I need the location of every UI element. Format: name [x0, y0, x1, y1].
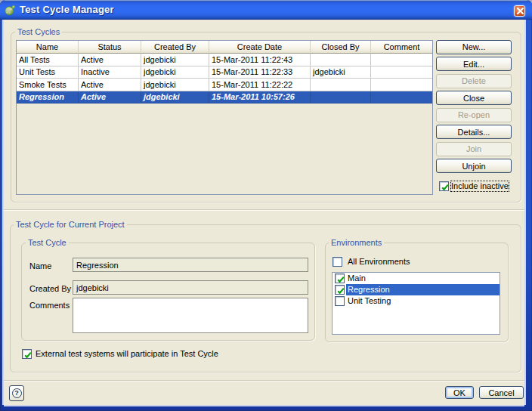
table-row-selected[interactable]: Regression Active jdgebicki 15-Mar-2011 …	[17, 91, 432, 104]
cell-created-by[interactable]: jdgebicki	[141, 66, 209, 79]
cell-comment[interactable]	[371, 91, 432, 104]
cell-comment[interactable]	[371, 66, 432, 79]
reopen-button[interactable]: Re-open	[436, 108, 512, 122]
cell-comment[interactable]	[371, 79, 432, 91]
test-cycles-group-label: Test Cycles	[15, 27, 62, 37]
cell-status[interactable]: Active	[79, 91, 141, 104]
include-inactive-checkbox-row: Include inactive	[439, 181, 509, 191]
environments-subgroup: Environments All Environments Main	[325, 243, 509, 342]
environment-item[interactable]: Main	[332, 273, 500, 284]
name-field-value: Regression	[76, 261, 119, 270]
environment-item-selected[interactable]: Regression	[332, 284, 500, 295]
test-cycles-table[interactable]: Name Status Created By Create Date Close…	[16, 40, 433, 195]
close-button[interactable]	[514, 5, 525, 17]
cell-create-date[interactable]: 15-Mar-2011 10:57:26	[209, 91, 311, 104]
title-bar[interactable]: Test Cycle Manager	[0, 0, 532, 20]
cell-created-by[interactable]: jdgebicki	[141, 54, 209, 66]
cell-closed-by[interactable]	[311, 54, 371, 66]
environment-item-label[interactable]: Unit Testing	[346, 295, 500, 307]
current-project-group-label: Test Cycle for Current Project	[14, 220, 127, 230]
test-cycle-subgroup: Test Cycle Name Regression Created By jd…	[21, 243, 315, 341]
created-by-field[interactable]: jdgebicki	[73, 280, 308, 295]
test-cycle-subgroup-label: Test Cycle	[26, 238, 69, 248]
column-header-create-date[interactable]: Create Date	[209, 41, 311, 54]
external-systems-row: External test systems will participate i…	[22, 349, 218, 359]
cell-name[interactable]: All Tests	[17, 54, 79, 66]
cell-closed-by[interactable]: jdgebicki	[311, 66, 371, 79]
cell-status[interactable]: Inactive	[79, 66, 141, 79]
created-by-field-value: jdgebicki	[76, 283, 109, 292]
external-systems-label[interactable]: External test systems will participate i…	[36, 349, 218, 359]
cell-created-by[interactable]: jdgebicki	[141, 79, 209, 91]
column-header-created-by[interactable]: Created By	[141, 41, 209, 54]
dialog-content: Test Cycles Name Status Created By Creat…	[4, 20, 524, 405]
panel-separator	[4, 209, 524, 211]
cell-closed-by[interactable]	[311, 79, 371, 91]
details-button[interactable]: Details...	[436, 125, 512, 139]
column-header-status[interactable]: Status	[79, 41, 141, 54]
cancel-button[interactable]: Cancel	[479, 386, 524, 399]
created-by-label: Created By	[29, 284, 71, 293]
app-icon	[5, 5, 15, 16]
cell-status[interactable]: Active	[79, 54, 141, 66]
cell-status[interactable]: Active	[79, 79, 141, 91]
unjoin-button[interactable]: Unjoin	[436, 159, 512, 173]
help-button[interactable]: ?	[9, 385, 24, 401]
column-header-comment[interactable]: Comment	[371, 41, 432, 54]
environments-list[interactable]: Main Regression Unit Testing	[332, 272, 500, 335]
dialog-window: Test Cycle Manager Test Cycles Name Stat…	[0, 0, 532, 411]
table-row[interactable]: Unit Tests Inactive jdgebicki 15-Mar-201…	[17, 66, 432, 79]
include-inactive-checkbox[interactable]	[439, 181, 449, 191]
column-header-name[interactable]: Name	[17, 41, 79, 54]
environment-item-label[interactable]: Main	[346, 273, 500, 284]
environment-item-checkbox[interactable]	[335, 273, 345, 283]
name-label: Name	[29, 261, 51, 270]
include-inactive-label[interactable]: Include inactive	[451, 181, 509, 191]
cell-closed-by[interactable]	[311, 91, 371, 104]
environment-item[interactable]: Unit Testing	[332, 295, 500, 307]
window-title: Test Cycle Manager	[20, 0, 114, 19]
cell-name[interactable]: Unit Tests	[17, 66, 79, 79]
all-environments-row: All Environments	[332, 257, 410, 267]
comments-field[interactable]	[73, 298, 308, 333]
delete-button[interactable]: Delete	[436, 74, 512, 88]
cell-created-by[interactable]: jdgebicki	[141, 91, 209, 104]
environments-subgroup-label: Environments	[329, 238, 384, 248]
help-icon: ?	[12, 388, 22, 398]
cell-comment[interactable]	[371, 54, 432, 66]
table-header-row: Name Status Created By Create Date Close…	[17, 41, 432, 54]
edit-button[interactable]: Edit...	[436, 57, 512, 71]
name-field[interactable]: Regression	[73, 258, 308, 272]
footer-separator	[4, 380, 524, 382]
new-button[interactable]: New...	[436, 40, 512, 54]
environment-item-checkbox[interactable]	[335, 285, 345, 295]
cell-name[interactable]: Regression	[17, 91, 79, 104]
environment-item-checkbox[interactable]	[335, 296, 345, 306]
column-header-closed-by[interactable]: Closed By	[311, 41, 371, 54]
ok-button[interactable]: OK	[445, 386, 474, 399]
external-systems-checkbox[interactable]	[22, 349, 32, 359]
comments-label: Comments	[29, 301, 70, 310]
environment-item-label[interactable]: Regression	[346, 284, 500, 295]
all-environments-checkbox[interactable]	[332, 257, 342, 267]
all-environments-label[interactable]: All Environments	[348, 257, 410, 267]
cell-create-date[interactable]: 15-Mar-2011 11:22:22	[209, 79, 311, 91]
table-row[interactable]: All Tests Active jdgebicki 15-Mar-2011 1…	[17, 54, 432, 66]
close-cycle-button[interactable]: Close	[436, 91, 512, 105]
cell-create-date[interactable]: 15-Mar-2011 11:22:43	[209, 54, 311, 66]
table-row[interactable]: Smoke Tests Active jdgebicki 15-Mar-2011…	[17, 79, 432, 91]
cell-create-date[interactable]: 15-Mar-2011 11:22:33	[209, 66, 311, 79]
cell-name[interactable]: Smoke Tests	[17, 79, 79, 91]
join-button[interactable]: Join	[436, 142, 512, 156]
current-project-group: Test Cycle for Current Project Test Cycl…	[10, 224, 521, 372]
